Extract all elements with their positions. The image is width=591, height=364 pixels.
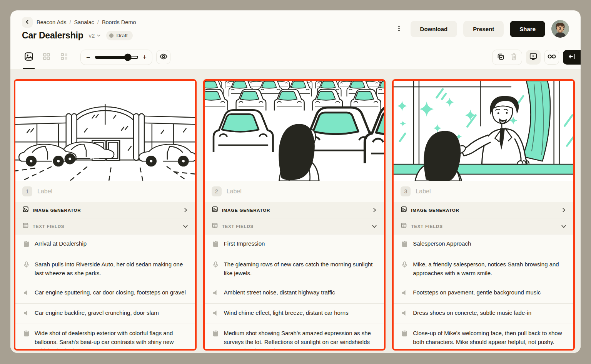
field-text: Mike, a friendly salesperson, notices Sa… — [413, 260, 566, 278]
text-fields-section[interactable]: TEXT FIELDS — [15, 218, 195, 234]
speaker-icon — [23, 310, 29, 319]
arrow-left-to-bar-icon — [568, 52, 576, 62]
text-fields-rows: First Impression The gleaming rows of ne… — [205, 234, 384, 349]
frame-number-badge: 3 — [401, 186, 411, 196]
image-generator-section[interactable]: IMAGE GENERATOR — [205, 202, 384, 218]
collapse-panel-button[interactable] — [563, 50, 581, 65]
sound-design-field[interactable]: Wind chime effect, light breeze, distant… — [205, 303, 384, 324]
avatar[interactable] — [551, 20, 569, 38]
kebab-menu-icon — [396, 27, 402, 33]
shot-description-field[interactable]: Medium shot showing Sarah's amazed expre… — [205, 324, 384, 349]
board-name-field[interactable]: Salesperson Approach — [394, 234, 573, 255]
shot-description-field[interactable]: Wide shot of dealership exterior with co… — [15, 324, 195, 349]
sound-effects-field[interactable]: Ambient street noise, distant highway tr… — [205, 283, 384, 303]
frame-label-row[interactable]: 1 Label — [15, 181, 195, 202]
board-name-field[interactable]: Arrival at Dealership — [15, 234, 195, 255]
delete-button[interactable] — [507, 51, 520, 63]
back-button[interactable] — [22, 17, 33, 28]
board-name-field[interactable]: First Impression — [205, 234, 384, 255]
sound-design-field[interactable]: Dress shoes on concrete, subtle music fa… — [394, 303, 573, 324]
header: Beacon Ads / Sanalac / Boords Demo Car D… — [10, 10, 581, 45]
selection-actions-group — [492, 50, 522, 65]
voiceover-field[interactable]: The gleaming rows of new cars catch the … — [205, 255, 384, 283]
illustration-car-lot[interactable] — [205, 81, 384, 181]
loop-button[interactable] — [544, 50, 559, 65]
clipboard-icon — [23, 241, 29, 250]
present-preview-button[interactable] — [526, 50, 541, 65]
share-button[interactable]: Share — [510, 21, 545, 37]
speaker-icon — [23, 289, 29, 298]
speaker-icon — [213, 289, 219, 298]
breadcrumb-item-project[interactable]: Beacon Ads — [37, 19, 66, 25]
frame-label-input[interactable]: Label — [416, 188, 431, 195]
zoom-in-button[interactable]: + — [143, 54, 147, 61]
field-text: Medium shot showing Sarah's amazed expre… — [224, 329, 377, 349]
text-fields-section[interactable]: TEXT FIELDS — [205, 218, 384, 234]
field-text: Salesperson Approach — [413, 239, 471, 250]
chevron-right-icon — [561, 208, 566, 213]
grid-view-icon — [42, 52, 51, 62]
frame-label-input[interactable]: Label — [227, 188, 242, 195]
storyboard-frame-card[interactable]: 3 Label IMAGE GENERATOR TEXT FIELDS — [392, 79, 575, 351]
speaker-icon — [213, 310, 219, 319]
frame-label-row[interactable]: 2 Label — [205, 181, 384, 202]
text-fields-rows: Arrival at Dealership Sarah pulls into R… — [15, 234, 195, 349]
text-fields-label: TEXT FIELDS — [33, 224, 64, 229]
microphone-icon — [402, 261, 407, 278]
frame-label-input[interactable]: Label — [37, 188, 52, 195]
text-fields-rows: Salesperson Approach Mike, a friendly sa… — [394, 234, 573, 349]
illustration-salesperson-approach[interactable] — [394, 81, 573, 181]
breadcrumb-item-folder[interactable]: Sanalac — [74, 19, 94, 25]
sound-design-field[interactable]: Car engine backfire, gravel crunching, d… — [15, 303, 195, 324]
field-text: Ambient street noise, distant highway tr… — [224, 288, 335, 298]
field-text: Arrival at Dealership — [35, 239, 87, 250]
clipboard-icon — [213, 330, 219, 349]
breadcrumb-item-board[interactable]: Boords Demo — [102, 19, 136, 25]
image-view-icon — [24, 52, 34, 63]
storyboard-frame-card[interactable]: 2 Label IMAGE GENERATOR TEXT FIELDS — [203, 79, 386, 351]
illustration-dealership-exterior[interactable] — [15, 81, 195, 181]
trash-icon — [510, 53, 518, 62]
chevron-right-icon — [183, 208, 188, 213]
status-dot-icon — [109, 33, 114, 38]
table-icon — [22, 222, 29, 230]
select-all-button[interactable] — [494, 51, 507, 63]
zoom-slider-handle[interactable] — [124, 53, 131, 61]
storyboard-frame-card[interactable]: 1 Label IMAGE GENERATOR TEXT FIELDS — [14, 79, 197, 351]
version-selector[interactable]: v2 — [89, 32, 101, 39]
image-generator-section[interactable]: IMAGE GENERATOR — [15, 202, 195, 218]
table-icon — [212, 222, 218, 230]
zoom-slider[interactable] — [95, 54, 138, 61]
toolbar: − + — [10, 45, 581, 69]
microphone-icon — [213, 261, 219, 278]
field-text: Footsteps on pavement, gentle background… — [413, 288, 541, 298]
sound-effects-field[interactable]: Car engine sputtering, car door closing,… — [15, 283, 195, 303]
present-button[interactable]: Present — [463, 21, 504, 37]
view-mode-image-button[interactable] — [22, 50, 36, 64]
speaker-icon — [402, 310, 407, 319]
microphone-icon — [23, 261, 29, 278]
field-text: The gleaming rows of new cars catch the … — [224, 260, 377, 278]
chevron-down-icon — [183, 224, 188, 229]
download-button[interactable]: Download — [411, 21, 457, 37]
image-generator-section[interactable]: IMAGE GENERATOR — [394, 202, 573, 218]
zoom-slider-fill — [95, 56, 129, 59]
view-mode-list-button[interactable] — [57, 50, 71, 64]
text-fields-section[interactable]: TEXT FIELDS — [394, 218, 573, 234]
field-text: Wide shot of dealership exterior with co… — [35, 329, 188, 349]
field-text: Close-up of Mike's welcoming face, then … — [413, 329, 566, 347]
voiceover-field[interactable]: Sarah pulls into Riverside Auto, her old… — [15, 255, 195, 283]
shot-description-field[interactable]: Close-up of Mike's welcoming face, then … — [394, 324, 573, 349]
sound-effects-field[interactable]: Footsteps on pavement, gentle background… — [394, 283, 573, 303]
chevron-down-icon — [372, 224, 377, 229]
zoom-out-button[interactable]: − — [86, 54, 90, 61]
speaker-icon — [402, 289, 407, 298]
preview-visibility-button[interactable] — [156, 50, 170, 64]
app-window: Beacon Ads / Sanalac / Boords Demo Car D… — [10, 10, 581, 353]
clipboard-icon — [23, 330, 29, 349]
voiceover-field[interactable]: Mike, a friendly salesperson, notices Sa… — [394, 255, 573, 283]
more-options-button[interactable] — [394, 23, 404, 35]
frame-label-row[interactable]: 3 Label — [394, 181, 573, 202]
view-mode-grid-button[interactable] — [40, 50, 53, 64]
chevron-down-icon — [97, 32, 101, 39]
